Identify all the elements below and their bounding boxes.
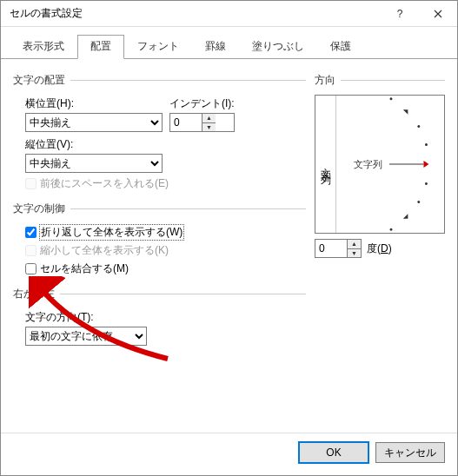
group-orientation-legend: 方向 (315, 73, 341, 88)
svg-point-6 (389, 228, 393, 231)
svg-point-4 (425, 182, 428, 186)
spacing-row: 前後にスペースを入れる(E) (25, 176, 306, 191)
indent-spinner[interactable]: ▲▼ (169, 113, 235, 132)
merge-checkbox[interactable] (25, 263, 37, 274)
help-button[interactable]: ? (381, 1, 419, 27)
wrap-checkbox[interactable] (25, 227, 37, 238)
orientation-vertical-text[interactable]: 文字列 (315, 96, 336, 233)
group-text-control: 文字の制御 折り返して全体を表示する(W) 縮小して全体を表示する(K) セルを… (13, 202, 306, 278)
titlebar: セルの書式設定 ? (1, 1, 457, 27)
horizontal-select[interactable]: 中央揃え (25, 113, 163, 132)
indent-spin-buttons[interactable]: ▲▼ (202, 114, 216, 131)
tab-format[interactable]: 表示形式 (10, 35, 77, 59)
wrap-row[interactable]: 折り返して全体を表示する(W) (25, 225, 306, 240)
group-orientation: 方向 文字列 (315, 73, 445, 258)
tab-font[interactable]: フォント (124, 35, 192, 59)
orientation-dial-graphic: 文字列 (336, 96, 444, 233)
degrees-spin-buttons[interactable]: ▲▼ (347, 240, 361, 257)
left-column: 文字の配置 横位置(H): 中央揃え インデント(I): ▲▼ (13, 68, 306, 433)
spacing-checkbox (25, 178, 37, 189)
tab-fill[interactable]: 塗りつぶし (239, 35, 317, 59)
ok-button[interactable]: OK (299, 442, 368, 463)
vertical-label: 縦位置(V): (25, 137, 306, 152)
cancel-button[interactable]: キャンセル (375, 442, 445, 463)
close-icon (434, 10, 442, 18)
tab-border[interactable]: 罫線 (192, 35, 239, 59)
indent-label: インデント(I): (169, 96, 235, 111)
merge-row[interactable]: セルを結合する(M) (25, 261, 306, 276)
degrees-spinner[interactable]: ▲▼ (315, 239, 362, 258)
orientation-preview[interactable]: 文字列 (315, 95, 445, 234)
text-direction-select[interactable]: 最初の文字に依存 (25, 327, 147, 346)
group-alignment: 文字の配置 横位置(H): 中央揃え インデント(I): ▲▼ (13, 73, 306, 193)
svg-point-5 (417, 200, 421, 203)
merge-label: セルを結合する(M) (40, 261, 129, 276)
spacing-label: 前後にスペースを入れる(E) (40, 176, 169, 191)
degrees-label: 度(D) (367, 241, 392, 256)
horizontal-label: 横位置(H): (25, 96, 163, 111)
dialog-footer: OK キャンセル (1, 433, 457, 475)
right-column: 方向 文字列 (315, 68, 445, 433)
shrink-row: 縮小して全体を表示する(K) (25, 243, 306, 258)
text-direction-label: 文字の方向(T): (25, 310, 306, 325)
orientation-dial[interactable]: 文字列 (336, 96, 444, 233)
wrap-label: 折り返して全体を表示する(W) (40, 225, 183, 240)
indent-input[interactable] (170, 114, 202, 131)
shrink-checkbox (25, 245, 37, 256)
window-title: セルの書式設定 (10, 6, 381, 21)
group-text-control-legend: 文字の制御 (13, 202, 70, 216)
dialog-content: 文字の配置 横位置(H): 中央揃え インデント(I): ▲▼ (1, 59, 457, 433)
orientation-sample-text: 文字列 (354, 159, 382, 169)
group-alignment-legend: 文字の配置 (13, 73, 70, 88)
close-button[interactable] (419, 1, 457, 27)
tab-alignment[interactable]: 配置 (77, 35, 124, 59)
svg-point-1 (389, 97, 393, 101)
group-rtl-legend: 右から左 (13, 287, 60, 301)
svg-point-2 (417, 125, 421, 129)
shrink-label: 縮小して全体を表示する(K) (40, 243, 169, 258)
vertical-select[interactable]: 中央揃え (25, 154, 163, 173)
group-rtl: 右から左 文字の方向(T): 最初の文字に依存 (13, 287, 306, 347)
svg-point-3 (425, 143, 428, 147)
tab-protect[interactable]: 保護 (317, 35, 364, 59)
tab-bar: 表示形式 配置 フォント 罫線 塗りつぶし 保護 (1, 27, 457, 59)
degrees-input[interactable] (315, 240, 347, 257)
